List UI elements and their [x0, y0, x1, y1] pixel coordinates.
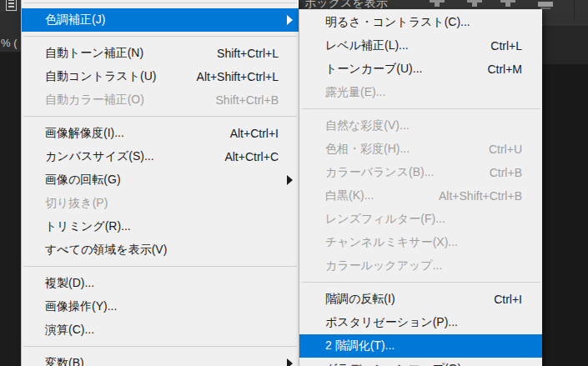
menu-item-label: 自動カラー補正(O)	[45, 93, 144, 108]
menu-item-label: 画像解像度(I)...	[45, 126, 124, 141]
zoom-status-text: % (	[1, 37, 18, 49]
adjustments-submenu-item[interactable]: トーンカーブ(U)...Ctrl+M	[299, 58, 542, 81]
menu-item-label: 色調補正(J)	[45, 13, 105, 28]
menu-separator	[23, 3, 297, 3]
menu-item-shortcut: Alt+Shift+Ctrl+B	[427, 189, 522, 203]
align-icon[interactable]	[538, 2, 553, 7]
workspace-right-strip	[542, 0, 588, 366]
distribute-icon[interactable]	[467, 0, 482, 8]
adjustments-submenu-item: 自然な彩度(V)...	[299, 114, 542, 138]
menu-item-label: ポスタリゼーション(P)...	[325, 315, 458, 330]
image-menu-item[interactable]: 画像の回転(G)	[22, 168, 299, 192]
image-menu-item[interactable]: 自動トーン補正(N)Shift+Ctrl+L	[22, 42, 299, 65]
menu-item-label: 白黒(K)...	[325, 188, 374, 203]
menu-item-shortcut: Ctrl+B	[478, 166, 522, 179]
adjustments-submenu-item: レンズフィルター(F)...	[299, 208, 542, 231]
menu-item-label: 色相・彩度(H)...	[325, 142, 410, 157]
menu-item-shortcut: Alt+Shift+Ctrl+L	[185, 70, 279, 83]
distribute-icon[interactable]	[500, 0, 515, 8]
menu-item-label: 自動コントラスト(U)	[45, 69, 156, 84]
image-menu-item[interactable]: 画像解像度(I)...Alt+Ctrl+I	[22, 122, 299, 145]
adjustments-submenu: 明るさ・コントラスト(C)...レベル補正(L)...Ctrl+Lトーンカーブ(…	[299, 9, 542, 366]
image-menu-item[interactable]: トリミング(R)...	[22, 215, 299, 238]
menu-item-label: 2 階調化(T)...	[325, 338, 395, 353]
image-menu-item[interactable]: カンバスサイズ(S)...Alt+Ctrl+C	[22, 145, 299, 168]
menu-separator	[301, 282, 540, 283]
menu-item-label: 露光量(E)...	[325, 85, 385, 100]
adjustments-submenu-item[interactable]: 明るさ・コントラスト(C)...	[299, 11, 542, 34]
adjustments-submenu-item: 白黒(K)...Alt+Shift+Ctrl+B	[299, 184, 542, 208]
adjustments-submenu-item[interactable]: ポスタリゼーション(P)...	[299, 311, 542, 334]
workspace-left-strip: % (	[0, 0, 21, 366]
image-menu-item: 切り抜き(P)	[22, 192, 299, 215]
image-menu-item[interactable]: 画像操作(Y)...	[22, 295, 299, 318]
menu-item-shortcut: Ctrl+M	[475, 63, 522, 76]
menu-item-label: レベル補正(L)...	[325, 38, 409, 53]
image-menu-item[interactable]: 複製(D)...	[22, 272, 299, 295]
menu-item-label: カラールックアップ...	[325, 258, 442, 273]
options-bar-divider	[574, 0, 575, 20]
adjustments-submenu-item[interactable]: 2 階調化(T)...	[299, 334, 542, 358]
panel-menu-icon[interactable]	[6, 0, 17, 11]
menu-item-label: グラデーションマップ(G)...	[325, 362, 471, 366]
menu-item-label: 複製(D)...	[45, 276, 94, 291]
menu-item-label: 画像操作(Y)...	[45, 299, 117, 314]
menu-item-label: 切り抜き(P)	[45, 196, 108, 211]
options-bar-label[interactable]: ボックスを表示	[304, 0, 388, 9]
submenu-arrow-icon	[287, 358, 293, 366]
adjustments-submenu-item: 色相・彩度(H)...Ctrl+U	[299, 138, 542, 161]
adjustments-submenu-item[interactable]: グラデーションマップ(G)...	[299, 358, 542, 366]
menu-separator	[23, 36, 297, 37]
options-bar: ボックスを表示	[299, 0, 588, 9]
adjustments-submenu-item: 露光量(E)...	[299, 81, 542, 104]
menu-item-shortcut: Alt+Ctrl+C	[213, 150, 279, 163]
image-menu-item: 自動カラー補正(O)Shift+Ctrl+B	[22, 88, 299, 112]
image-menu-item[interactable]: 色調補正(J)	[22, 8, 299, 32]
image-menu: 色調補正(J)自動トーン補正(N)Shift+Ctrl+L自動コントラスト(U)…	[21, 0, 299, 366]
menu-item-shortcut: Ctrl+I	[482, 293, 522, 306]
adjustments-submenu-item: チャンネルミキサー(X)...	[299, 231, 542, 254]
menu-item-shortcut: Alt+Ctrl+I	[219, 127, 279, 140]
menu-item-shortcut: Shift+Ctrl+B	[204, 93, 279, 107]
menu-item-label: 画像の回転(G)	[45, 173, 121, 188]
menu-item-label: トーンカーブ(U)...	[325, 62, 422, 77]
submenu-arrow-icon	[287, 15, 293, 25]
menu-item-label: トリミング(R)...	[45, 219, 131, 234]
menu-item-shortcut: Ctrl+U	[477, 143, 522, 156]
adjustments-submenu-item: カラールックアップ...	[299, 254, 542, 278]
adjustments-submenu-item[interactable]: 階調の反転(I)Ctrl+I	[299, 288, 542, 311]
menu-item-label: 自動トーン補正(N)	[45, 46, 143, 61]
distribute-icon[interactable]	[430, 0, 445, 8]
menu-item-label: 変数(B)	[45, 356, 84, 366]
menu-item-label: すべての領域を表示(V)	[45, 243, 167, 258]
menu-item-label: レンズフィルター(F)...	[325, 212, 445, 227]
submenu-arrow-icon	[287, 175, 293, 185]
menu-separator	[23, 266, 297, 267]
menu-item-label: カンバスサイズ(S)...	[45, 149, 154, 164]
image-menu-item[interactable]: すべての領域を表示(V)	[22, 238, 299, 262]
adjustments-submenu-item: カラーバランス(B)...Ctrl+B	[299, 161, 542, 184]
menu-item-label: 自然な彩度(V)...	[325, 118, 410, 133]
menu-item-label: カラーバランス(B)...	[325, 165, 434, 180]
menu-item-shortcut: Ctrl+L	[479, 39, 522, 53]
image-menu-item[interactable]: 変数(B)	[22, 352, 299, 366]
menu-item-label: チャンネルミキサー(X)...	[325, 235, 458, 250]
menu-item-label: 明るさ・コントラスト(C)...	[325, 15, 470, 30]
image-menu-item[interactable]: 自動コントラスト(U)Alt+Shift+Ctrl+L	[22, 65, 299, 88]
menu-item-shortcut: Shift+Ctrl+L	[205, 47, 279, 60]
image-menu-item[interactable]: 演算(C)...	[22, 318, 299, 342]
adjustments-submenu-item[interactable]: レベル補正(L)...Ctrl+L	[299, 34, 542, 58]
menu-item-label: 階調の反転(I)	[325, 292, 395, 307]
menu-separator	[301, 108, 540, 109]
menu-item-label: 演算(C)...	[45, 323, 94, 338]
menu-separator	[23, 116, 297, 117]
menu-separator	[23, 346, 297, 347]
